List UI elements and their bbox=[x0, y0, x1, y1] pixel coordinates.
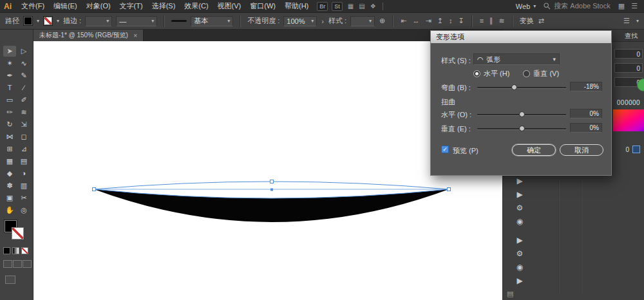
pen-tool[interactable]: ✒ bbox=[3, 70, 16, 81]
swap-icon[interactable]: ⇄ bbox=[538, 17, 545, 25]
hand-tool[interactable]: ✋ bbox=[3, 205, 16, 216]
align-right-icon[interactable]: ⇥ bbox=[425, 17, 432, 25]
dialog-title-bar[interactable]: 变形选项 bbox=[431, 31, 611, 43]
type-tool[interactable]: T bbox=[3, 82, 16, 93]
distort-horizontal-slider[interactable] bbox=[477, 114, 566, 116]
width-profile-select[interactable]: — ▾ bbox=[116, 16, 157, 26]
numeric-field[interactable]: 0 bbox=[614, 63, 643, 73]
horizontal-radio[interactable] bbox=[473, 70, 480, 77]
selection-tool[interactable]: ➤ bbox=[3, 46, 16, 57]
bend-slider[interactable] bbox=[477, 87, 566, 89]
transform-link[interactable]: 变换 bbox=[520, 16, 534, 26]
color-spectrum-strip[interactable] bbox=[613, 109, 644, 131]
selection-handle[interactable] bbox=[270, 180, 274, 183]
menu-effect[interactable]: 效果(C) bbox=[180, 1, 213, 11]
distribute-rows-icon[interactable]: ≡ bbox=[479, 17, 484, 25]
triangle-right-icon[interactable]: ▶ bbox=[516, 276, 522, 286]
distort-horizontal-value-field[interactable]: 0% bbox=[570, 109, 602, 118]
gear-icon[interactable]: ⚙ bbox=[516, 203, 524, 213]
chevron-down-icon[interactable]: ▾ bbox=[636, 18, 639, 24]
graphic-style-select[interactable]: ▾ bbox=[350, 16, 375, 26]
panel-menu-icon[interactable]: ☰ bbox=[623, 17, 630, 25]
blue-square-icon[interactable] bbox=[632, 145, 640, 153]
stroke-swatch[interactable] bbox=[12, 227, 24, 239]
menu-type[interactable]: 文字(T) bbox=[115, 1, 147, 11]
shape-builder-tool[interactable]: ⊞ bbox=[3, 144, 16, 155]
rotate-tool[interactable]: ↻ bbox=[3, 119, 16, 130]
bridge-icon[interactable]: Br bbox=[317, 2, 328, 11]
selection-handle[interactable] bbox=[93, 188, 96, 191]
distort-vertical-slider[interactable] bbox=[477, 128, 566, 130]
panel-tab[interactable]: 查找 bbox=[625, 32, 638, 41]
align-left-icon[interactable]: ⇤ bbox=[400, 17, 407, 25]
menu-help[interactable]: 帮助(H) bbox=[280, 1, 313, 11]
stock-search[interactable]: 搜索 Adobe Stock bbox=[544, 1, 610, 11]
opacity-select[interactable]: 100% ▾ bbox=[283, 16, 317, 26]
paintbrush-tool[interactable]: ✐ bbox=[17, 95, 30, 106]
vertical-radio[interactable] bbox=[523, 70, 530, 77]
shaper-tool[interactable]: ≋ bbox=[17, 107, 30, 118]
width-tool[interactable]: ⋈ bbox=[3, 131, 16, 142]
gradient-mode-icon[interactable] bbox=[12, 247, 19, 254]
align-middle-v-icon[interactable]: ↕ bbox=[448, 17, 453, 25]
hex-color-value[interactable]: 000000 bbox=[614, 99, 643, 106]
chevron-right-icon[interactable]: › bbox=[321, 17, 325, 25]
document-tab[interactable]: 未标题-1* @ 150% (RGB/预览) × bbox=[33, 30, 144, 41]
stroke-color-swatch[interactable] bbox=[43, 16, 53, 26]
align-top-icon[interactable]: ↥ bbox=[437, 17, 444, 25]
artboard-tool[interactable]: ▣ bbox=[3, 192, 16, 203]
align-center-h-icon[interactable]: ↔ bbox=[412, 17, 421, 25]
distribute-columns-icon[interactable]: ∥ bbox=[489, 17, 494, 25]
preview-checkbox[interactable]: ✓ bbox=[441, 145, 449, 153]
green-indicator[interactable] bbox=[637, 79, 644, 91]
menu-select[interactable]: 选择(S) bbox=[147, 1, 180, 11]
direct-selection-tool[interactable]: ▷ bbox=[17, 46, 30, 57]
symbol-sprayer-tool[interactable]: ✽ bbox=[3, 180, 16, 191]
menu-edit[interactable]: 编辑(E) bbox=[49, 1, 82, 11]
align-bottom-icon[interactable]: ↧ bbox=[457, 17, 464, 25]
distribute-spacing-icon[interactable]: ≋ bbox=[498, 17, 506, 25]
ok-button[interactable]: 确定 bbox=[512, 144, 556, 156]
swirl-icon[interactable]: ◉ bbox=[516, 263, 523, 272]
warp-style-select[interactable]: ◠ 弧形 ▾ bbox=[473, 53, 560, 65]
brush-definition-select[interactable]: 基本 ▾ bbox=[191, 16, 233, 26]
bend-value-field[interactable]: -18% bbox=[570, 82, 602, 91]
mesh-tool[interactable]: ▦ bbox=[3, 156, 16, 167]
magic-wand-tool[interactable]: ✶ bbox=[3, 58, 16, 69]
center-anchor-point[interactable] bbox=[270, 189, 273, 191]
menu-object[interactable]: 对象(O) bbox=[82, 1, 115, 11]
touch-workspace-icon[interactable]: ❖ bbox=[370, 3, 376, 10]
bend-slider-thumb[interactable] bbox=[511, 84, 517, 90]
gradient-tool[interactable]: ▤ bbox=[17, 156, 30, 167]
menu-view[interactable]: 视图(V) bbox=[213, 1, 246, 11]
panel-options-icon[interactable]: ▤ bbox=[507, 290, 513, 298]
free-transform-tool[interactable]: ◻ bbox=[17, 131, 30, 142]
rectangle-tool[interactable]: ▭ bbox=[3, 95, 16, 106]
triangle-right-icon[interactable]: ▶ bbox=[516, 190, 522, 200]
cancel-button[interactable]: 取消 bbox=[560, 144, 603, 156]
color-mode-icon[interactable] bbox=[3, 247, 10, 254]
layout-icon[interactable]: ▦ bbox=[348, 3, 354, 10]
recolor-artwork-icon[interactable]: ⊕ bbox=[379, 17, 386, 25]
curvature-tool[interactable]: ✎ bbox=[17, 70, 30, 81]
gear-icon[interactable]: ⚙ bbox=[516, 249, 524, 259]
swirl-icon[interactable]: ◉ bbox=[516, 217, 523, 227]
perspective-grid-tool[interactable]: ⊿ bbox=[17, 144, 30, 155]
menu-window[interactable]: 窗口(W) bbox=[245, 1, 280, 11]
screen-mode-icon[interactable] bbox=[5, 276, 15, 284]
draw-behind-icon[interactable] bbox=[13, 260, 22, 268]
chevron-down-icon[interactable]: ▾ bbox=[37, 18, 39, 24]
distort-vertical-thumb[interactable] bbox=[519, 126, 525, 131]
numeric-field[interactable]: 0 bbox=[614, 49, 643, 59]
stock-icon[interactable]: St bbox=[332, 2, 343, 11]
draw-normal-icon[interactable] bbox=[3, 260, 12, 268]
scale-tool[interactable]: ⇲ bbox=[17, 119, 30, 130]
eyedropper-tool[interactable]: ◆ bbox=[3, 168, 16, 179]
column-graph-tool[interactable]: ▥ bbox=[17, 180, 30, 191]
lasso-tool[interactable]: ∿ bbox=[17, 58, 30, 69]
device-preview-icon[interactable]: ▤ bbox=[359, 3, 365, 10]
line-segment-tool[interactable]: ∕ bbox=[17, 82, 30, 93]
triangle-right-icon[interactable]: ▶ bbox=[516, 236, 522, 245]
stroke-weight-select[interactable]: ▾ bbox=[85, 16, 112, 26]
selection-handle[interactable] bbox=[448, 188, 451, 191]
